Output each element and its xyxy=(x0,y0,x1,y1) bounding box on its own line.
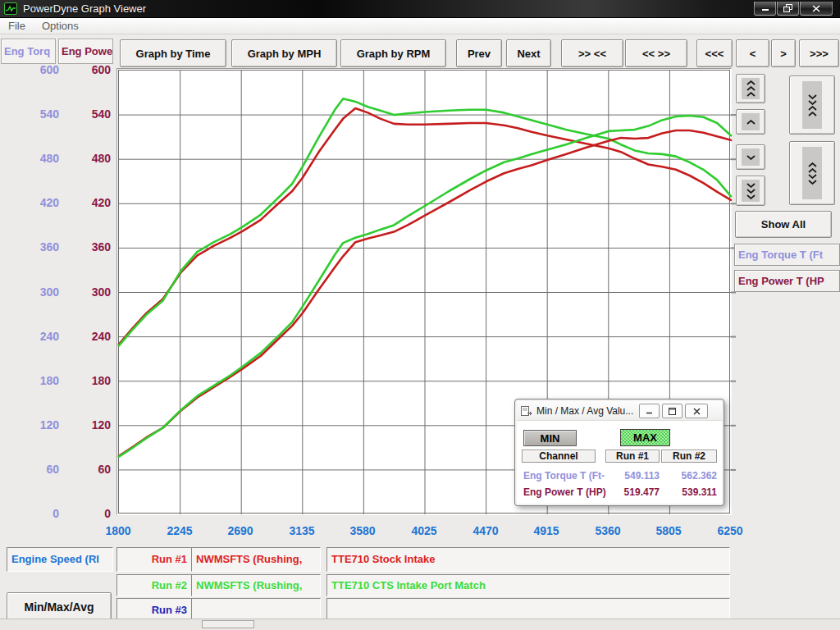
x-tick-5805: 5805 xyxy=(644,524,693,537)
run-label-text: Run #2 xyxy=(117,575,191,596)
next-button[interactable]: Next xyxy=(506,39,551,67)
minmax-row-1-run1-value: 519.477 xyxy=(605,486,660,498)
run-label-text: Run #1 xyxy=(117,548,191,571)
y-tick-left-540: 540 xyxy=(21,107,59,121)
x-tick-1800: 1800 xyxy=(94,524,143,537)
graph-by-rpm-button[interactable]: Graph by RPM xyxy=(340,39,446,67)
close-button[interactable] xyxy=(800,2,833,16)
spin-chevron-down-button[interactable] xyxy=(736,144,765,170)
app-icon xyxy=(4,2,17,15)
run-desc-box-1[interactable]: TTE710 Stock Intake xyxy=(326,547,730,572)
tall-chevron-collapse-vertical-button[interactable] xyxy=(789,75,835,135)
title-bar[interactable]: PowerDyne Graph Viewer xyxy=(0,0,840,18)
x-channel-box[interactable]: Engine Speed (RI xyxy=(7,547,113,572)
run-file-box-2[interactable]: NWMSFTS (Rushing, xyxy=(191,574,321,596)
y-tick-right-480: 480 xyxy=(73,152,111,165)
spin-chevron-triple-up-button[interactable] xyxy=(736,74,765,103)
y-tick-right-240: 240 xyxy=(73,330,111,343)
tall-chevron-expand-vertical-button[interactable] xyxy=(789,141,835,205)
chevron-triple-down-icon xyxy=(742,180,760,202)
minmax-window-icon xyxy=(521,406,532,416)
window-title: PowerDyne Graph Viewer xyxy=(23,2,146,15)
run-label-box-2: Run #2 xyxy=(116,574,192,596)
y-tick-right-600: 600 xyxy=(73,63,111,76)
zoom-in-button[interactable]: >> << xyxy=(561,39,623,67)
x-tick-4915: 4915 xyxy=(522,524,571,537)
minmax-column-run-2[interactable]: Run #2 xyxy=(661,450,717,463)
menu-bar: FileOptions xyxy=(0,18,840,34)
max-toggle-button[interactable]: MAX xyxy=(620,429,670,446)
minmax-titlebar[interactable]: Min / Max / Avg Valu... xyxy=(517,401,722,421)
y-tick-right-540: 540 xyxy=(73,107,111,121)
prev-button[interactable]: Prev xyxy=(456,39,502,67)
tab-eng-torq[interactable]: Eng Torq xyxy=(1,39,56,64)
y-tick-right-360: 360 xyxy=(73,240,111,253)
x-channel-text: Engine Speed (RI xyxy=(7,548,112,570)
chevron-expand-vertical-icon xyxy=(802,147,822,199)
y-tick-left-240: 240 xyxy=(21,330,59,343)
x-tick-3580: 3580 xyxy=(338,524,387,537)
x-tick-2245: 2245 xyxy=(155,524,204,537)
x-tick-4025: 4025 xyxy=(399,524,449,537)
x-tick-3135: 3135 xyxy=(277,524,326,537)
minmax-row-channel-1: Eng Power T (HP) xyxy=(523,486,614,498)
minmax-close-button[interactable] xyxy=(685,404,708,418)
power-channel-text: Eng Power T (HP xyxy=(738,275,824,287)
minmax-row-1-run2-value: 539.311 xyxy=(661,486,717,498)
y-tick-left-420: 420 xyxy=(21,196,59,209)
y-tick-right-60: 60 xyxy=(73,463,111,476)
spin-chevron-up-button[interactable] xyxy=(736,109,765,135)
chevron-collapse-vertical-icon xyxy=(802,81,822,129)
minimize-button[interactable] xyxy=(754,2,776,16)
graph-by-time-button[interactable]: Graph by Time xyxy=(120,39,226,67)
y-tick-left-180: 180 xyxy=(21,374,59,387)
run-desc-text: TTE710 CTS Intake Port Match xyxy=(327,575,729,596)
y-tick-left-0: 0 xyxy=(21,507,59,520)
min-max-avg-button[interactable]: Min/Max/Avg xyxy=(7,592,112,622)
chevron-triple-up-icon xyxy=(742,78,760,99)
y-tick-right-0: 0 xyxy=(73,507,111,520)
torque-channel-text: Eng Torque T (Ft xyxy=(738,249,823,261)
min-toggle-button[interactable]: MIN xyxy=(523,430,577,446)
scroll-right-button[interactable]: > xyxy=(771,39,796,67)
scroll-far-left-button[interactable]: <<< xyxy=(696,39,733,67)
maximize-button[interactable] xyxy=(777,2,799,16)
run-desc-box-2[interactable]: TTE710 CTS Intake Port Match xyxy=(326,574,730,596)
minmax-column-run-1[interactable]: Run #1 xyxy=(605,450,660,463)
minmax-restore-button[interactable] xyxy=(662,404,682,418)
menu-item-file[interactable]: File xyxy=(0,20,34,32)
menu-item-options[interactable]: Options xyxy=(34,20,87,32)
minmax-minimize-button[interactable] xyxy=(639,404,660,418)
scroll-left-button[interactable]: < xyxy=(736,39,769,67)
x-tick-2690: 2690 xyxy=(216,524,265,537)
spin-chevron-triple-down-button[interactable] xyxy=(736,176,765,206)
channel-label-torque[interactable]: Eng Torque T (Ft xyxy=(734,244,840,266)
minmax-window: Min / Max / Avg Valu... MIN MAX ChannelR… xyxy=(514,399,724,506)
y-tick-left-60: 60 xyxy=(21,463,59,476)
y-tick-left-600: 600 xyxy=(21,63,59,76)
y-tick-right-300: 300 xyxy=(73,285,111,299)
status-grip[interactable] xyxy=(202,620,254,628)
minmax-column-channel[interactable]: Channel xyxy=(522,450,596,463)
zoom-out-button[interactable]: << >> xyxy=(625,39,687,67)
y-tick-left-480: 480 xyxy=(21,152,59,165)
minmax-row-channel-0: Eng Torque T (Ft- xyxy=(523,470,614,482)
minmax-row-0-run2-value: 562.362 xyxy=(661,470,717,482)
y-tick-right-420: 420 xyxy=(73,196,111,209)
channel-label-power[interactable]: Eng Power T (HP xyxy=(734,270,840,292)
min-toggle-label: MIN xyxy=(541,432,560,445)
scroll-far-right-button[interactable]: >>> xyxy=(799,39,839,67)
show-all-label: Show All xyxy=(761,218,806,231)
y-tick-right-180: 180 xyxy=(73,374,111,387)
run-file-box-1[interactable]: NWMSFTS (Rushing, xyxy=(191,547,321,572)
min-max-avg-label: Min/Max/Avg xyxy=(24,600,94,614)
graph-by-mph-button[interactable]: Graph by MPH xyxy=(231,39,337,67)
run-file-text: NWMSFTS (Rushing, xyxy=(192,575,320,596)
run-label-text: Run #3 xyxy=(117,599,191,621)
minmax-row-0-run1-value: 549.113 xyxy=(605,470,660,482)
run-desc-text: TTE710 Stock Intake xyxy=(327,548,729,571)
chevron-down-icon xyxy=(742,148,760,166)
tab-eng-powe[interactable]: Eng Powe xyxy=(58,39,113,64)
show-all-button[interactable]: Show All xyxy=(735,211,832,238)
y-tick-right-120: 120 xyxy=(73,418,111,431)
